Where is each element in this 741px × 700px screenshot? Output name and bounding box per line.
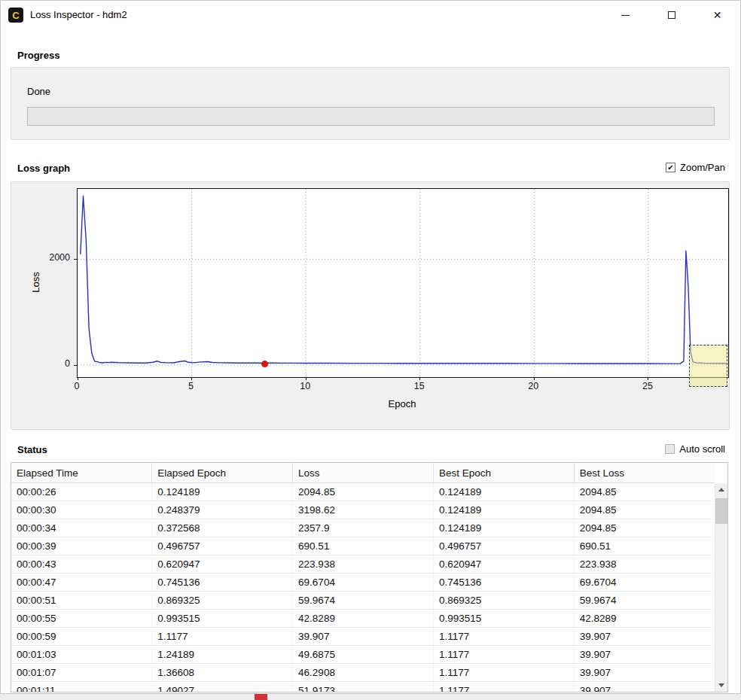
- table-row[interactable]: 00:00:260.1241892094.850.1241892094.85: [11, 483, 715, 501]
- table-row[interactable]: 00:00:470.74513669.67040.74513669.6704: [11, 574, 715, 592]
- table-cell: 69.6704: [574, 574, 715, 592]
- x-axis-ticks: 0510152025: [77, 381, 727, 393]
- window-title: Loss Inspector - hdm2: [30, 9, 127, 20]
- x-tick-label: 25: [642, 381, 653, 391]
- scroll-down-button[interactable]: [715, 679, 727, 692]
- scroll-up-icon: [718, 488, 724, 492]
- table-cell: 1.24189: [152, 646, 293, 664]
- x-tick-label: 15: [414, 381, 425, 391]
- table-cell: 39.907: [574, 682, 715, 693]
- column-header[interactable]: Loss: [293, 463, 434, 483]
- zoom-pan-checkbox[interactable]: ✔ Zoom/Pan: [666, 162, 725, 173]
- table-cell: 1.36608: [152, 664, 293, 682]
- table-cell: 00:00:55: [11, 610, 152, 628]
- table-cell: 0.124189: [433, 483, 574, 501]
- window-controls: ✕: [602, 1, 740, 29]
- table-cell: 42.8289: [293, 610, 434, 628]
- loss-chart[interactable]: [77, 188, 729, 378]
- x-tick-mark: [648, 377, 648, 380]
- scrollbar-thumb[interactable]: [715, 498, 727, 524]
- table-cell: 690.51: [574, 537, 715, 555]
- table-cell: 0.993515: [152, 610, 293, 628]
- close-button[interactable]: ✕: [694, 1, 740, 29]
- progress-groupbox: Done: [11, 67, 730, 140]
- table-row[interactable]: 00:01:111.4902751.91731.117739.907: [11, 682, 715, 693]
- table-cell: 59.9674: [574, 592, 715, 610]
- table-row[interactable]: 00:00:340.3725682357.90.1241892094.85: [11, 519, 715, 537]
- x-tick-label: 20: [528, 381, 538, 391]
- column-header[interactable]: Elapsed Time: [11, 463, 152, 483]
- table-cell: 0.745136: [433, 574, 574, 592]
- maximize-icon: [668, 11, 675, 19]
- x-tick-mark: [419, 377, 420, 380]
- status-section-label: Status: [17, 444, 47, 455]
- column-header[interactable]: Best Epoch: [433, 463, 574, 483]
- table-cell: 00:00:30: [11, 501, 152, 519]
- auto-scroll-checkbox-box[interactable]: [665, 444, 675, 454]
- column-header[interactable]: Elapsed Epoch: [152, 463, 293, 483]
- table-cell: 0.124189: [152, 483, 293, 501]
- table-row[interactable]: 00:00:390.496757690.510.496757690.51: [11, 537, 715, 555]
- auto-scroll-checkbox[interactable]: Auto scroll: [665, 443, 725, 455]
- table-cell: 0.372568: [152, 519, 293, 537]
- y-axis-ticks: 02000: [11, 188, 73, 376]
- progress-bar-label: Done: [27, 86, 50, 97]
- zoom-pan-checkbox-box[interactable]: ✔: [666, 163, 675, 172]
- app-window: C Loss Inspector - hdm2 ✕ Progress Done …: [0, 0, 741, 694]
- x-tick-label: 10: [300, 381, 310, 391]
- minimize-button[interactable]: [602, 1, 648, 29]
- table-cell: 00:00:39: [11, 537, 152, 555]
- table-cell: 51.9173: [293, 682, 434, 693]
- progress-section-label: Progress: [17, 50, 59, 61]
- table-cell: 1.1177: [433, 646, 574, 664]
- table-cell: 3198.62: [293, 501, 434, 519]
- table-cell: 00:00:26: [11, 483, 152, 501]
- table-cell: 42.8289: [574, 610, 715, 628]
- table-row[interactable]: 00:00:430.620947223.9380.620947223.938: [11, 555, 715, 574]
- y-tick-mark: [74, 259, 77, 260]
- table-row[interactable]: 00:00:300.2483793198.620.1241892094.85: [11, 501, 715, 519]
- loss-graph-groupbox: Loss 02000 0510152025 Epoch: [11, 181, 730, 430]
- loss-line: [81, 196, 727, 364]
- x-tick-mark: [534, 377, 535, 380]
- taskbar-sliver: [0, 694, 741, 700]
- x-tick-mark: [191, 377, 192, 380]
- table-cell: 1.1177: [433, 682, 574, 693]
- scroll-down-icon: [718, 683, 724, 687]
- table-row[interactable]: 00:01:071.3660846.29081.117739.907: [11, 664, 715, 682]
- table-cell: 0.124189: [433, 501, 574, 519]
- table-row[interactable]: 00:00:510.86932559.96740.86932559.9674: [11, 592, 715, 610]
- table-cell: 0.993515: [433, 610, 574, 628]
- table-row[interactable]: 00:00:591.117739.9071.117739.907: [11, 628, 715, 646]
- table-cell: 223.938: [574, 555, 715, 574]
- table-cell: 0.496757: [152, 537, 293, 555]
- x-tick-mark: [78, 377, 78, 380]
- scroll-up-button[interactable]: [715, 483, 727, 496]
- table-row[interactable]: 00:00:550.99351542.82890.99351542.8289: [11, 610, 715, 628]
- table-cell: 0.745136: [152, 574, 293, 592]
- table-cell: 0.869325: [152, 592, 293, 610]
- y-tick-mark: [74, 365, 77, 366]
- y-tick-label: 2000: [49, 252, 70, 263]
- vertical-scrollbar[interactable]: [715, 483, 727, 692]
- table-row[interactable]: 00:01:031.2418949.68751.117739.907: [11, 646, 715, 664]
- table-cell: 00:01:03: [11, 646, 152, 664]
- current-epoch-marker: [261, 361, 268, 367]
- column-header[interactable]: Best Loss: [574, 463, 715, 483]
- status-table-grid: Elapsed TimeElapsed EpochLossBest EpochB…: [11, 463, 715, 692]
- status-table-body: 00:00:260.1241892094.850.1241892094.8500…: [11, 483, 715, 693]
- progress-bar: [27, 107, 715, 126]
- table-cell: 2094.85: [574, 501, 715, 519]
- table-cell: 00:01:07: [11, 664, 152, 682]
- table-cell: 2094.85: [293, 483, 434, 501]
- table-cell: 1.1177: [152, 628, 293, 646]
- table-cell: 00:00:34: [11, 519, 152, 537]
- maximize-button[interactable]: [648, 1, 694, 29]
- title-bar: C Loss Inspector - hdm2 ✕: [1, 1, 740, 29]
- x-tick-label: 5: [188, 381, 194, 391]
- table-cell: 0.248379: [152, 501, 293, 519]
- x-tick-label: 0: [75, 381, 80, 391]
- y-tick-label: 0: [65, 358, 70, 369]
- table-cell: 00:00:51: [11, 592, 152, 610]
- table-cell: 39.907: [293, 628, 434, 646]
